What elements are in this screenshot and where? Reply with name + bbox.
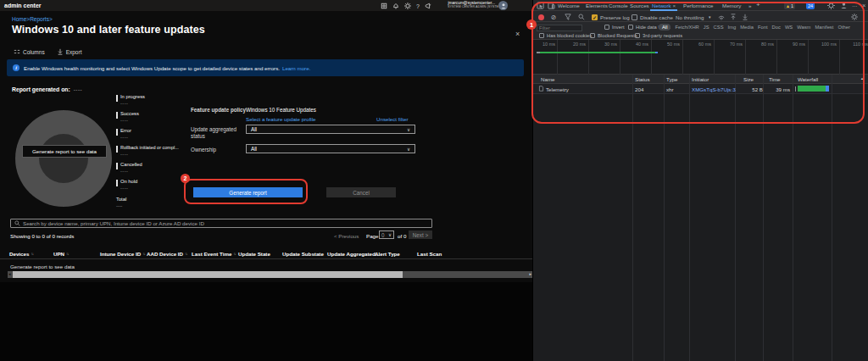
col-update-aggregated[interactable]: Update Aggregated...: [327, 251, 380, 257]
breadcrumb-home[interactable]: Home: [12, 16, 26, 22]
horizontal-scrollbar[interactable]: ◂ ▸: [8, 271, 532, 278]
pill-media[interactable]: Media: [740, 25, 754, 30]
tab-memory[interactable]: Memory: [722, 3, 741, 8]
waterfall-green-bar[interactable]: [798, 86, 826, 92]
pill-ws[interactable]: WS: [785, 25, 793, 30]
pill-img[interactable]: Img: [728, 25, 737, 30]
has-blocked-cookies-checkbox[interactable]: [539, 33, 544, 38]
net-col-type[interactable]: Type: [666, 76, 677, 82]
tab-console[interactable]: Console: [609, 3, 628, 8]
third-party-requests-label[interactable]: 3rd-party requests: [643, 33, 682, 38]
tab-performance[interactable]: Performance: [683, 3, 713, 8]
clear-network-icon[interactable]: ⊘: [551, 14, 556, 21]
waterfall-blue-bar[interactable]: [826, 86, 829, 92]
next-page-button[interactable]: Next >: [409, 230, 432, 239]
col-last-scan[interactable]: Last Scan: [417, 251, 442, 257]
sort-icon[interactable]: ↑↓: [66, 252, 69, 256]
select-profile-link[interactable]: Select a feature update profile: [246, 116, 316, 122]
col-update-substate[interactable]: Update Substate: [282, 251, 324, 257]
col-alert-type[interactable]: Alert Type: [375, 251, 400, 257]
has-blocked-cookies-label[interactable]: Has blocked cookies: [547, 33, 592, 38]
net-col-status[interactable]: Status: [635, 76, 650, 82]
invert-checkbox[interactable]: [604, 25, 609, 30]
tab-sources[interactable]: Sources: [630, 3, 649, 8]
launcher-icon[interactable]: [381, 3, 387, 9]
page-select[interactable]: 0 ∨: [379, 230, 394, 239]
learn-more-link[interactable]: Learn more.: [282, 65, 310, 71]
disable-cache-checkbox[interactable]: [632, 14, 637, 20]
tab-welcome[interactable]: Welcome: [558, 3, 580, 8]
col-upn[interactable]: UPN↑↓: [53, 251, 69, 257]
devtools-profile-icon[interactable]: [840, 2, 848, 9]
col-last-event-time[interactable]: Last Event Time↑↓: [192, 251, 236, 257]
col-aad-device-id[interactable]: AAD Device ID↑↓: [147, 251, 186, 257]
filter-funnel-icon[interactable]: [565, 14, 571, 20]
scrollbar-thumb[interactable]: [13, 271, 403, 278]
record-network-icon[interactable]: [538, 14, 544, 20]
inspect-element-icon[interactable]: [537, 2, 544, 9]
more-options-icon[interactable]: …: [174, 28, 181, 36]
blocked-requests-checkbox[interactable]: [590, 33, 595, 38]
net-col-initiator[interactable]: Initiator: [692, 76, 709, 82]
generate-report-button[interactable]: Generate report: [193, 187, 303, 197]
close-blade-icon[interactable]: ×: [515, 30, 520, 38]
unselect-filter-link[interactable]: Unselect filter: [376, 116, 408, 122]
blocked-requests-label[interactable]: Blocked Requests: [598, 33, 637, 38]
throttling-dropdown[interactable]: No throttling: [676, 14, 704, 20]
network-overview[interactable]: 10 ms 20 ms 30 ms 40 ms 50 ms 60 ms 70 m…: [533, 40, 868, 75]
pill-all[interactable]: All: [659, 24, 670, 31]
cancel-button[interactable]: Cancel: [326, 187, 396, 197]
col-devices[interactable]: Devices↑↓: [9, 251, 33, 257]
request-name[interactable]: Telemetry: [546, 86, 569, 92]
notifications-bell-icon[interactable]: [392, 3, 399, 9]
sort-icon[interactable]: ↑↓: [233, 252, 236, 256]
preserve-log-label[interactable]: Preserve log: [600, 14, 630, 20]
pill-css[interactable]: CSS: [714, 25, 724, 30]
net-col-waterfall[interactable]: Waterfall: [798, 76, 818, 82]
waterfall-sort-icon[interactable]: ▲: [860, 76, 864, 81]
disable-cache-label[interactable]: Disable cache: [640, 14, 673, 20]
devtools-menu-icon[interactable]: ⋯: [852, 3, 857, 8]
device-toolbar-icon[interactable]: [548, 2, 555, 9]
devtools-close-icon[interactable]: ×: [862, 2, 865, 9]
export-har-icon[interactable]: [742, 14, 748, 20]
net-col-time[interactable]: Time: [769, 76, 781, 82]
breadcrumb-reports[interactable]: Reports: [30, 16, 49, 22]
col-intune-device-id[interactable]: Intune Device ID↑↓: [100, 251, 145, 257]
network-conditions-icon[interactable]: [718, 14, 725, 20]
pill-font[interactable]: Font: [758, 25, 768, 30]
hide-data-urls-checkbox[interactable]: [628, 25, 633, 30]
third-party-requests-checkbox[interactable]: [635, 33, 640, 38]
warning-badge[interactable]: ▲ 1: [784, 2, 795, 9]
sort-icon[interactable]: ↑↓: [185, 252, 187, 256]
preserve-log-checkbox[interactable]: ✓: [592, 14, 598, 20]
pill-manifest[interactable]: Manifest: [815, 25, 833, 30]
invert-label[interactable]: Invert: [612, 25, 625, 30]
more-tabs-icon[interactable]: »: [748, 3, 751, 8]
export-button[interactable]: Export: [66, 49, 82, 55]
sort-icon[interactable]: ↑↓: [31, 252, 33, 256]
issues-badge[interactable]: 24: [806, 2, 815, 9]
sort-icon[interactable]: ↑↓: [142, 252, 145, 256]
close-tab-icon[interactable]: ×: [672, 3, 676, 8]
pill-fetch-xhr[interactable]: Fetch/XHR: [675, 25, 698, 30]
net-col-name[interactable]: Name: [541, 76, 555, 82]
ownership-dropdown[interactable]: All ∨: [246, 144, 415, 153]
caret-down-icon[interactable]: ▾: [709, 14, 711, 19]
tab-elements[interactable]: Elements: [586, 3, 608, 8]
settings-gear-icon[interactable]: [404, 3, 411, 9]
feedback-icon[interactable]: [425, 3, 431, 9]
pill-wasm[interactable]: Wasm: [797, 25, 810, 30]
net-col-size[interactable]: Size: [743, 76, 754, 82]
previous-page-button[interactable]: < Previous: [334, 233, 359, 239]
avatar[interactable]: [498, 1, 508, 10]
pill-js[interactable]: JS: [704, 25, 709, 30]
col-update-state[interactable]: Update State: [238, 251, 270, 257]
tab-network[interactable]: Network ×: [652, 3, 676, 8]
scroll-left-icon[interactable]: ◂: [8, 271, 11, 276]
help-icon[interactable]: ?: [416, 3, 420, 9]
pill-other[interactable]: Other: [837, 25, 850, 30]
network-settings-gear-icon[interactable]: [851, 14, 858, 20]
devtools-settings-gear-icon[interactable]: [827, 2, 835, 9]
import-har-icon[interactable]: [730, 14, 737, 20]
